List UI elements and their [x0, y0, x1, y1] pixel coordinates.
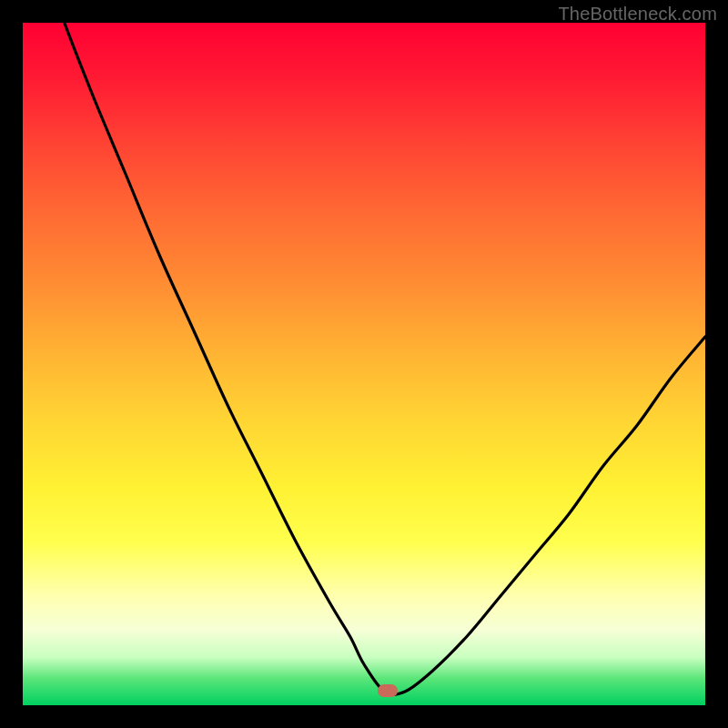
curve-path [23, 23, 705, 694]
watermark-text: TheBottleneck.com [558, 4, 717, 25]
bottleneck-curve [23, 23, 705, 705]
plot-area [23, 23, 705, 705]
chart-frame: TheBottleneck.com [0, 0, 728, 728]
minimum-marker [378, 684, 398, 697]
